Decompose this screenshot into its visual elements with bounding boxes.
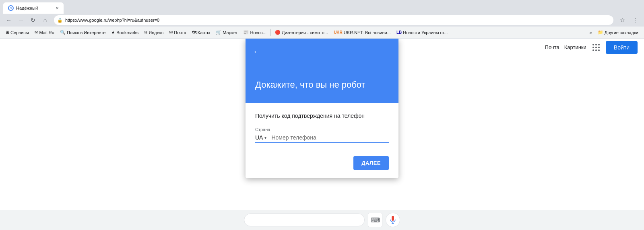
svg-rect-2 [392,216,394,221]
bookmark-dysentery[interactable]: 🔴 Дизентерия - симпто... [272,29,330,36]
bookmark-other[interactable]: 📁 Другие закладки [595,29,641,36]
phone-number-input[interactable] [270,134,389,141]
mic-icon[interactable] [386,213,400,227]
lock-icon: 🔒 [57,18,63,23]
svg-text:G: G [10,7,12,10]
bookmarks-bar: ⊞ Сервисы ✉ Mail.Ru 🔍 Поиск в Интернете … [0,27,644,39]
bottom-bar: ⌨ [0,210,644,230]
verify-subtitle: Получить код подтверждения на телефон [255,113,389,119]
search-bm-icon: 🔍 [60,30,66,35]
country-select[interactable]: UA ▾ [255,134,270,141]
bookmark-news[interactable]: 📰 Новос... [241,29,269,36]
next-button[interactable]: ДАЛЕЕ [353,156,389,170]
nav-buttons: ← → ↻ ⌂ [3,14,51,26]
dysentery-icon: 🔴 [275,30,281,35]
back-button[interactable]: ← [3,14,14,26]
tab-favicon: G [8,5,14,11]
bookmark-bookmarks[interactable]: ★ Bookmarks [109,29,141,36]
verify-footer: ДАЛЕЕ [246,153,398,178]
browser-actions: ☆ ⋮ [617,14,641,26]
country-code: UA [255,134,263,141]
bookmark-maps[interactable]: 🗺 Карты [190,29,213,36]
back-arrow-button[interactable]: ← [250,45,263,58]
phone-input-row: UA ▾ [255,134,389,143]
verify-body: Получить код подтверждения на телефон Ст… [246,103,398,153]
keyboard-icon[interactable]: ⌨ [368,213,382,227]
address-bar-row: ← → ↻ ⌂ 🔒 https://www.google.ru/webhp?hl… [0,14,644,27]
ukraine-icon: LB [396,30,402,35]
bookmark-market[interactable]: 🛒 Маркет [213,29,240,36]
map-icon: 🗺 [192,30,196,35]
home-button[interactable]: ⌂ [39,14,51,26]
bookmark-mailru[interactable]: ✉ Mail.Ru [32,29,57,36]
verify-title: Докажите, что вы не робот [255,80,389,90]
mail-icon: ✉ [169,30,173,35]
ukrnet-icon: UKR [334,30,343,35]
bookmark-ukrnet[interactable]: UKR UKR.NET: Всі новини... [331,29,393,36]
grid-icon: ⊞ [6,30,9,35]
chevron-down-icon: ▾ [264,136,266,140]
bookmark-ukraine-news[interactable]: LB Новости Украины от... [394,29,450,36]
modal-overlay: ← Докажите, что вы не робот Получить код… [0,39,644,230]
address-text: https://www.google.ru/webhp?hl=ru&authus… [65,18,159,23]
forward-button[interactable]: → [15,14,27,26]
verify-card: ← Докажите, что вы не робот Получить код… [246,39,398,178]
bookmark-services[interactable]: ⊞ Сервисы [3,29,31,36]
star-bm-icon: ★ [111,30,115,35]
tab-bar: G Надёжный ✕ [0,0,644,14]
news-icon: 📰 [243,30,249,35]
bookmark-yandex[interactable]: Я Яндекс [142,29,166,36]
bookmark-separator [270,29,271,36]
star-button[interactable]: ☆ [617,14,628,26]
bookmark-more[interactable]: » [587,29,594,36]
mailru-icon: ✉ [35,30,38,35]
tab-title: Надёжный [16,6,53,10]
yandex-icon: Я [144,30,147,35]
main-content: Почта Картинки Войти ← Докажите, что вы … [0,39,644,230]
menu-button[interactable]: ⋮ [630,14,641,26]
bookmark-search[interactable]: 🔍 Поиск в Интернете [58,29,108,36]
verify-header: ← Докажите, что вы не робот [246,39,398,103]
bookmark-mail[interactable]: ✉ Почта [167,29,189,36]
tab-close-icon[interactable]: ✕ [56,6,59,10]
country-label: Страна [255,127,389,132]
reload-button[interactable]: ↻ [27,14,39,26]
folder-icon: 📁 [598,30,603,35]
active-tab[interactable]: G Надёжный ✕ [3,2,64,14]
address-bar[interactable]: 🔒 https://www.google.ru/webhp?hl=ru&auth… [54,15,613,25]
search-input[interactable] [244,214,365,226]
market-icon: 🛒 [216,30,221,35]
